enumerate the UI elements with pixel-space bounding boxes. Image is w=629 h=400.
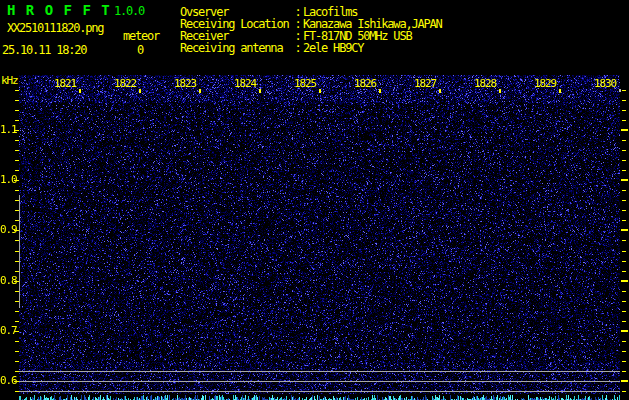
x-tick (439, 89, 441, 93)
y-tick-minor-left (15, 110, 19, 111)
y-tick-minor-right (622, 170, 626, 171)
y-tick-minor-right (622, 341, 626, 342)
y-tick-minor-left (15, 150, 19, 151)
y-tick-minor-right (622, 271, 626, 272)
y-tick-minor-left (15, 351, 19, 352)
y-tick-major-right (621, 330, 628, 332)
y-tick-major-left (14, 130, 19, 131)
y-tick-minor-right (622, 301, 626, 302)
y-tick-label: 0.6 (0, 375, 14, 386)
y-tick-major-right (621, 129, 628, 131)
x-tick-label: 1828 (470, 78, 496, 89)
y-tick-minor-right (622, 210, 626, 211)
x-tick (379, 89, 381, 93)
x-tick (199, 89, 201, 93)
y-tick-minor-right (622, 261, 626, 262)
spectrogram-plot: kHz 182118221823182418251826182718281829… (0, 0, 629, 400)
y-tick-minor-left (15, 170, 19, 171)
x-tick (79, 89, 81, 93)
x-tick-label: 1822 (110, 78, 136, 89)
y-tick-minor-left (15, 140, 19, 141)
y-tick-minor-right (622, 391, 626, 392)
y-tick-minor-right (622, 190, 626, 191)
x-tick-label: 1826 (350, 78, 376, 89)
x-tick-label: 1827 (410, 78, 436, 89)
y-tick-label: 0.8 (0, 275, 14, 286)
y-tick-minor-right (622, 200, 626, 201)
y-tick-minor-left (15, 120, 19, 121)
y-tick-minor-left (15, 160, 19, 161)
y-tick-minor-right (622, 120, 626, 121)
y-tick-minor-left (15, 311, 19, 312)
y-tick-minor-right (622, 160, 626, 161)
y-tick-minor-right (622, 321, 626, 322)
y-tick-major-left (14, 331, 19, 332)
y-tick-minor-right (622, 311, 626, 312)
y-tick-major-right (621, 280, 628, 282)
y-tick-minor-right (622, 100, 626, 101)
y-tick-minor-right (622, 361, 626, 362)
y-tick-label: 1.1 (0, 124, 14, 135)
y-tick-minor-left (15, 100, 19, 101)
x-tick-label: 1821 (50, 78, 76, 89)
x-tick (259, 89, 261, 93)
x-tick (319, 89, 321, 93)
y-tick-major-right (621, 179, 628, 181)
y-tick-label: 0.9 (0, 224, 14, 235)
y-tick-minor-right (622, 150, 626, 151)
x-tick (139, 89, 141, 93)
y-tick-minor-right (622, 110, 626, 111)
y-tick-minor-right (622, 291, 626, 292)
freq-axis-unit: kHz (1, 75, 18, 86)
spectrogram-canvas (19, 75, 620, 400)
hrofft-screen: H R O F F T 1.0.0 XX2510111820.png meteo… (0, 0, 629, 400)
x-tick (499, 89, 501, 93)
x-tick-label: 1830 (590, 78, 616, 89)
calibration-vline (19, 195, 20, 308)
y-tick-minor-right (622, 220, 626, 221)
y-tick-label: 0.7 (0, 325, 14, 336)
y-tick-label: 1.0 (0, 174, 14, 185)
y-tick-minor-left (15, 341, 19, 342)
y-tick-minor-left (15, 321, 19, 322)
y-tick-minor-left (15, 190, 19, 191)
x-tick (559, 89, 561, 93)
x-tick-label: 1829 (530, 78, 556, 89)
y-tick-minor-right (622, 371, 626, 372)
x-tick (619, 89, 621, 92)
y-tick-major-right (621, 229, 628, 231)
y-tick-minor-right (622, 90, 626, 91)
x-tick-label: 1823 (170, 78, 196, 89)
y-tick-minor-right (622, 351, 626, 352)
y-tick-minor-right (622, 140, 626, 141)
detection-band-line (19, 391, 620, 392)
y-tick-minor-left (15, 90, 19, 91)
x-tick-label: 1824 (230, 78, 256, 89)
y-tick-minor-right (622, 240, 626, 241)
y-tick-major-right (621, 380, 628, 382)
y-tick-minor-right (622, 251, 626, 252)
detection-band-line (19, 371, 620, 372)
y-tick-major-left (14, 180, 19, 181)
x-tick-label: 1825 (290, 78, 316, 89)
detection-band-line (19, 381, 620, 382)
y-tick-minor-left (15, 361, 19, 362)
